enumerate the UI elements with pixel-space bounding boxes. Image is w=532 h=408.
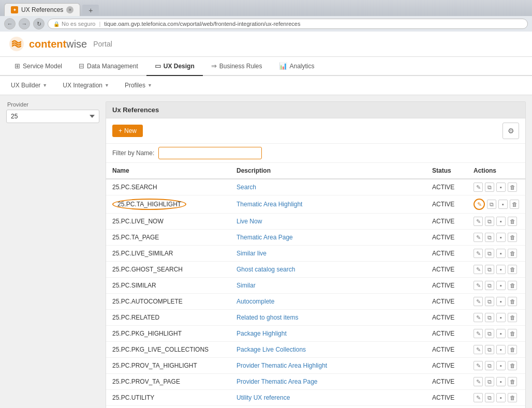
- block-icon[interactable]: ▪: [496, 217, 506, 226]
- delete-icon[interactable]: 🗑: [508, 313, 517, 322]
- new-button[interactable]: + New: [112, 125, 143, 137]
- block-icon[interactable]: ▪: [496, 345, 506, 354]
- refresh-button[interactable]: ↻: [33, 18, 45, 29]
- description-link[interactable]: Thematic Area Page: [237, 234, 293, 241]
- edit-icon[interactable]: ✎: [474, 217, 483, 226]
- action-icons-group: ✎⧉▪🗑: [474, 233, 519, 242]
- back-button[interactable]: ←: [4, 18, 16, 29]
- copy-icon[interactable]: ⧉: [485, 265, 494, 274]
- edit-icon[interactable]: ✎: [474, 281, 483, 290]
- nav-item-service-model[interactable]: ⊞ Service Model: [6, 57, 70, 76]
- delete-icon[interactable]: 🗑: [508, 393, 517, 402]
- copy-icon[interactable]: ⧉: [487, 200, 496, 209]
- block-icon[interactable]: ▪: [496, 377, 506, 386]
- nav-item-business-rules[interactable]: ⇒ Business Rules: [203, 57, 271, 76]
- edit-icon[interactable]: ✎: [474, 183, 483, 192]
- edit-icon[interactable]: ✎: [474, 329, 483, 338]
- block-icon[interactable]: ▪: [496, 297, 506, 306]
- copy-icon[interactable]: ⧉: [485, 233, 494, 242]
- description-link[interactable]: Provider Thematic Area Page: [237, 378, 318, 385]
- block-icon[interactable]: ▪: [496, 183, 506, 192]
- copy-icon[interactable]: ⧉: [485, 217, 494, 226]
- delete-icon[interactable]: 🗑: [510, 200, 519, 209]
- block-icon[interactable]: ▪: [496, 249, 506, 258]
- description-link[interactable]: Package Highlight: [237, 330, 287, 337]
- sub-nav: UX Builder ▼ UX Integration ▼ Profiles ▼: [0, 76, 532, 95]
- delete-icon[interactable]: 🗑: [508, 265, 517, 274]
- table-cell-name: 25.PC.LIVE_SIMILAR: [106, 246, 230, 262]
- new-tab-button[interactable]: +: [82, 5, 99, 16]
- edit-icon[interactable]: ✎: [474, 297, 483, 306]
- copy-icon[interactable]: ⧉: [485, 297, 494, 306]
- copy-icon[interactable]: ⧉: [485, 329, 494, 338]
- logo-area: contentwise Portal: [8, 36, 112, 52]
- table-cell-name: 25.PC.AUTOCOMPLETE: [106, 294, 230, 310]
- delete-icon[interactable]: 🗑: [508, 329, 517, 338]
- edit-icon[interactable]: ✎: [474, 345, 483, 354]
- highlighted-name[interactable]: 25.PC.TA_HIGHLIGHT: [112, 199, 186, 210]
- edit-icon-highlighted[interactable]: ✎: [474, 199, 485, 210]
- settings-button[interactable]: ⚙: [503, 123, 519, 139]
- edit-icon[interactable]: ✎: [474, 393, 483, 402]
- copy-icon[interactable]: ⧉: [485, 281, 494, 290]
- table-cell-name: 25.PC.TA_HIGHLIGHT: [106, 195, 230, 214]
- description-link[interactable]: Related to ghost items: [237, 314, 298, 321]
- nav-item-analytics[interactable]: 📊 Analytics: [271, 57, 323, 76]
- description-link[interactable]: Utility UX reference: [237, 394, 290, 401]
- filter-input[interactable]: [158, 147, 262, 159]
- block-icon[interactable]: ▪: [496, 265, 506, 274]
- delete-icon[interactable]: 🗑: [508, 281, 517, 290]
- block-icon[interactable]: ▪: [496, 329, 506, 338]
- copy-icon[interactable]: ⧉: [485, 345, 494, 354]
- block-icon[interactable]: ▪: [496, 393, 506, 402]
- description-link[interactable]: Search: [237, 184, 256, 191]
- description-link[interactable]: Thematic Area Highlight: [237, 201, 302, 208]
- delete-icon[interactable]: 🗑: [508, 297, 517, 306]
- copy-icon[interactable]: ⧉: [485, 361, 494, 370]
- description-link[interactable]: Live Now: [237, 218, 262, 225]
- nav-item-ux-design[interactable]: ▭ UX Design: [146, 57, 203, 76]
- block-icon[interactable]: ▪: [496, 281, 506, 290]
- nav-label-service-model: Service Model: [23, 63, 62, 70]
- copy-icon[interactable]: ⧉: [485, 377, 494, 386]
- copy-icon[interactable]: ⧉: [485, 313, 494, 322]
- edit-icon[interactable]: ✎: [474, 361, 483, 370]
- profiles-arrow-icon: ▼: [147, 83, 152, 88]
- block-icon[interactable]: ▪: [496, 361, 506, 370]
- description-link[interactable]: Similar live: [237, 250, 267, 257]
- nav-item-data-management[interactable]: ⊟ Data Management: [70, 57, 146, 76]
- delete-icon[interactable]: 🗑: [508, 345, 517, 354]
- delete-icon[interactable]: 🗑: [508, 249, 517, 258]
- address-bar[interactable]: 🔒 No es seguro | tique.oam.gvp.telefonic…: [48, 19, 528, 29]
- ux-builder-arrow-icon: ▼: [42, 83, 47, 88]
- copy-icon[interactable]: ⧉: [485, 249, 494, 258]
- provider-select[interactable]: 25: [6, 110, 99, 123]
- edit-icon[interactable]: ✎: [474, 249, 483, 258]
- sub-nav-ux-integration[interactable]: UX Integration ▼: [58, 79, 114, 92]
- description-link[interactable]: Autocomplete: [237, 298, 274, 305]
- description-link[interactable]: Provider Thematic Area Highlight: [237, 362, 327, 369]
- block-icon[interactable]: ▪: [496, 233, 506, 242]
- edit-icon[interactable]: ✎: [474, 233, 483, 242]
- delete-icon[interactable]: 🗑: [508, 183, 517, 192]
- sub-nav-profiles[interactable]: Profiles ▼: [120, 79, 157, 92]
- tab-close-button[interactable]: ×: [66, 6, 73, 13]
- forward-button[interactable]: →: [19, 18, 30, 29]
- description-link[interactable]: Similar: [237, 282, 256, 289]
- description-link[interactable]: Ghost catalog search: [237, 266, 295, 273]
- delete-icon[interactable]: 🗑: [508, 361, 517, 370]
- copy-icon[interactable]: ⧉: [485, 183, 494, 192]
- block-icon[interactable]: ▪: [498, 200, 508, 209]
- tab-bar: ✦ UX References × +: [0, 0, 532, 16]
- delete-icon[interactable]: 🗑: [508, 217, 517, 226]
- sub-nav-ux-builder[interactable]: UX Builder ▼: [6, 79, 52, 92]
- edit-icon[interactable]: ✎: [474, 377, 483, 386]
- delete-icon[interactable]: 🗑: [508, 233, 517, 242]
- copy-icon[interactable]: ⧉: [485, 393, 494, 402]
- block-icon[interactable]: ▪: [496, 313, 506, 322]
- browser-tab[interactable]: ✦ UX References ×: [4, 3, 80, 16]
- edit-icon[interactable]: ✎: [474, 265, 483, 274]
- delete-icon[interactable]: 🗑: [508, 377, 517, 386]
- description-link[interactable]: Package Live Collections: [237, 346, 306, 353]
- edit-icon[interactable]: ✎: [474, 313, 483, 322]
